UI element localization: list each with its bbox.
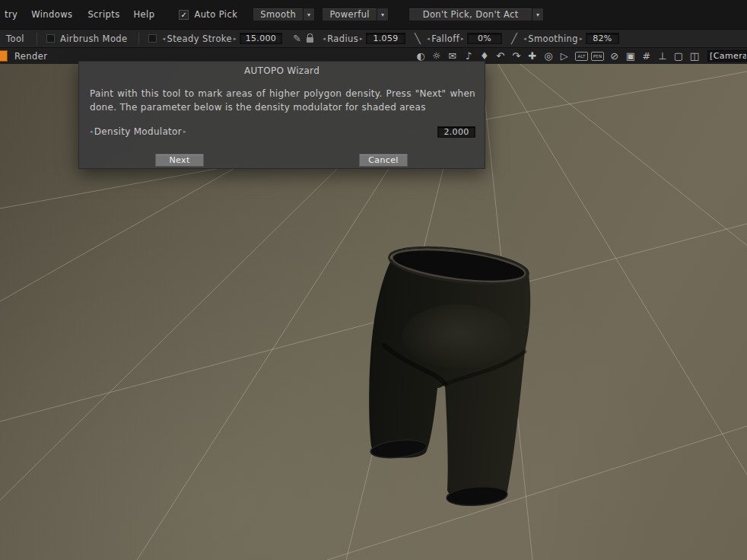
airbrush-mode-checkbox[interactable] — [46, 34, 55, 43]
dialog-body-text: Paint with this tool to mark areas of hi… — [90, 87, 475, 114]
auto-pick-label: Auto Pick — [194, 9, 237, 20]
camera-field[interactable]: [Camera — [707, 50, 747, 62]
pick-mode-dropdown[interactable]: Don't Pick, Don't Act ▾ — [408, 8, 544, 21]
spinner-left-icon[interactable]: ◂ — [522, 36, 528, 42]
zoom-icon[interactable]: ◎ — [543, 51, 554, 62]
spinner-left-icon[interactable]: ◂ — [161, 36, 167, 42]
lock-icon[interactable] — [307, 37, 313, 43]
play-icon[interactable]: ▷ — [559, 51, 570, 62]
droplet-icon[interactable]: ♦ — [479, 51, 490, 62]
redo-icon[interactable]: ↷ — [511, 51, 522, 62]
powerful-dropdown-value: Powerful — [323, 9, 377, 20]
lightbulb-icon[interactable]: ☼ — [431, 51, 442, 62]
spinner-right-icon[interactable]: ▸ — [578, 36, 584, 42]
envelope-icon[interactable]: ✉ — [447, 51, 458, 62]
note-icon[interactable]: ♪ — [463, 51, 474, 62]
pants-mesh[interactable] — [369, 241, 530, 508]
chevron-down-icon[interactable]: ▾ — [377, 8, 388, 21]
spinner-right-icon[interactable]: ▸ — [459, 36, 466, 42]
radius-value[interactable]: 1.059 — [366, 33, 405, 44]
smoothing-label: Smoothing — [528, 33, 578, 44]
smooth-dropdown[interactable]: Smooth ▾ — [253, 8, 315, 21]
dialog-title: AUTOPO Wizard — [79, 62, 485, 76]
smoothing-curve-icon[interactable]: ╱ — [511, 33, 517, 44]
render-label[interactable]: Render — [14, 51, 47, 62]
tool-label: Tool — [6, 33, 24, 44]
box-icon[interactable]: ▣ — [625, 51, 636, 62]
spinner-left-icon[interactable]: ◂ — [88, 129, 94, 135]
pose-icon[interactable]: ⊥ — [657, 51, 668, 62]
menu-bar: try Windows Scripts Help ✓ Auto Pick Smo… — [0, 0, 747, 29]
divider — [138, 33, 139, 45]
frame-icon[interactable]: ▢ — [673, 51, 684, 62]
steady-stroke-value[interactable]: 15.000 — [240, 33, 282, 44]
spinner-right-icon[interactable]: ▸ — [232, 36, 238, 42]
radius-label: Radius — [327, 33, 358, 44]
spinner-right-icon[interactable]: ▸ — [358, 36, 364, 42]
menu-item-windows[interactable]: Windows — [28, 8, 75, 21]
pick-mode-dropdown-value: Don't Pick, Don't Act — [409, 9, 532, 20]
spinner-left-icon[interactable]: ◂ — [321, 36, 327, 42]
steady-stroke-label: Steady Stroke — [167, 33, 232, 44]
tool-options-bar: Tool Airbrush Mode ◂ Steady Stroke ▸ 15.… — [0, 29, 747, 48]
alt-nav-icon[interactable]: ALT — [575, 52, 588, 61]
layers-icon[interactable]: ◫ — [689, 51, 700, 62]
pen-nav-icon[interactable]: PEN — [591, 52, 604, 61]
prohibit-icon[interactable]: ⊘ — [609, 51, 620, 62]
move-icon[interactable]: ✚ — [527, 51, 538, 62]
undo-icon[interactable]: ↶ — [495, 51, 506, 62]
airbrush-mode-label: Airbrush Mode — [60, 33, 128, 44]
density-modulator-label: Density Modulator — [94, 126, 182, 137]
divider — [37, 33, 37, 45]
spinner-left-icon[interactable]: ◂ — [425, 36, 431, 42]
chevron-down-icon[interactable]: ▾ — [303, 8, 314, 21]
menu-item-scripts[interactable]: Scripts — [84, 8, 122, 21]
menu-item-help[interactable]: Help — [131, 8, 158, 21]
app-window: try Windows Scripts Help ✓ Auto Pick Smo… — [0, 0, 747, 560]
menu-item-geometry[interactable]: try — [2, 8, 21, 21]
falloff-curve-icon[interactable]: ╲ — [415, 33, 421, 44]
pencil-icon[interactable]: ✎ — [293, 33, 301, 44]
chevron-down-icon[interactable]: ▾ — [532, 8, 543, 21]
auto-pick-checkbox[interactable]: ✓ — [179, 10, 189, 20]
powerful-dropdown[interactable]: Powerful ▾ — [322, 8, 389, 21]
falloff-label: Falloff — [431, 33, 459, 44]
density-modulator-row: ◂ Density Modulator ▸ 2.000 — [88, 126, 475, 138]
smoothing-value[interactable]: 82% — [586, 33, 619, 44]
autopo-wizard-dialog: AUTOPO Wizard Paint with this tool to ma… — [78, 61, 485, 169]
next-button[interactable]: Next — [155, 154, 204, 167]
render-tab-icon[interactable] — [0, 50, 8, 62]
falloff-value[interactable]: 0% — [467, 33, 502, 44]
grid-icon[interactable]: # — [641, 51, 652, 62]
steady-stroke-checkbox[interactable] — [148, 34, 157, 43]
spinner-right-icon[interactable]: ▸ — [182, 129, 188, 135]
cancel-button[interactable]: Cancel — [359, 154, 408, 167]
smooth-dropdown-value: Smooth — [253, 9, 303, 20]
contrast-icon[interactable]: ◐ — [415, 51, 426, 62]
density-modulator-value[interactable]: 2.000 — [437, 126, 475, 138]
